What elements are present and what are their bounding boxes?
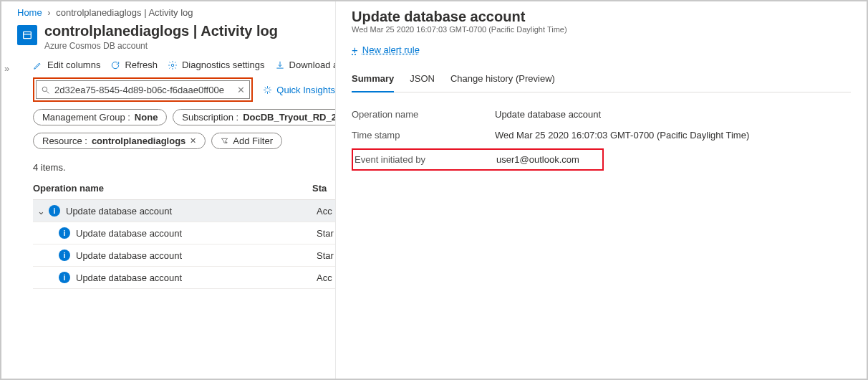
detail-timestamp-header: Wed Mar 25 2020 16:07:03 GMT-0700 (Pacif… bbox=[352, 25, 851, 34]
activity-table: Operation name Sta ⌄ i Update database a… bbox=[33, 177, 335, 289]
add-filter-button[interactable]: Add Filter bbox=[211, 133, 282, 149]
operation-cell: Update database account bbox=[66, 206, 317, 217]
pencil-icon bbox=[33, 60, 43, 70]
new-alert-label: New alert rule bbox=[362, 44, 420, 55]
kv-timestamp: Time stamp Wed Mar 25 2020 16:07:03 GMT-… bbox=[352, 125, 851, 146]
mg-label: Management Group : bbox=[42, 112, 130, 123]
kv-initiated-by: Event initiated by user1@outlook.com bbox=[353, 151, 599, 168]
quick-insights-label: Quick Insights bbox=[276, 85, 335, 95]
svg-point-2 bbox=[171, 64, 174, 67]
item-count: 4 items. bbox=[1, 156, 335, 177]
search-row: ✕ Quick Insights bbox=[1, 77, 335, 102]
sparkle-icon bbox=[263, 85, 272, 95]
search-highlight: ✕ bbox=[33, 77, 253, 102]
sub-value: DocDB_Tryout_RD_20170 bbox=[243, 112, 335, 123]
res-label: Resource : bbox=[42, 136, 87, 146]
page-header: controlplanediaglogs | Activity log Azur… bbox=[1, 22, 335, 57]
operation-name-label: Operation name bbox=[352, 109, 495, 120]
left-panel: Home › controlplanediaglogs | Activity l… bbox=[1, 1, 336, 379]
chevron-right-icon: › bbox=[47, 7, 50, 18]
filter-management-group[interactable]: Management Group : None bbox=[33, 109, 167, 125]
status-cell: Star bbox=[317, 250, 334, 261]
diagnostics-button[interactable]: Diagnostics settings bbox=[168, 60, 265, 70]
kv-operation-name: Operation name Update database account bbox=[352, 104, 851, 125]
app-frame: Home › controlplanediaglogs | Activity l… bbox=[0, 0, 868, 380]
status-cell: Acc bbox=[317, 272, 332, 283]
chevron-down-icon[interactable]: ⌄ bbox=[33, 206, 49, 217]
res-value: controlplanediaglogs bbox=[92, 136, 185, 146]
status-cell: Star bbox=[317, 228, 334, 239]
initiated-by-value: user1@outlook.com bbox=[496, 154, 599, 165]
svg-rect-0 bbox=[24, 32, 32, 38]
breadcrumb: Home › controlplanediaglogs | Activity l… bbox=[1, 1, 335, 22]
table-row[interactable]: ⌄ i Update database account Acc bbox=[33, 200, 335, 222]
page-subtitle: Azure Cosmos DB account bbox=[44, 41, 278, 51]
table-header: Operation name Sta bbox=[33, 177, 335, 200]
initiated-by-highlight: Event initiated by user1@outlook.com bbox=[352, 148, 604, 171]
col-status[interactable]: Sta bbox=[312, 183, 335, 194]
info-icon: i bbox=[59, 227, 70, 239]
gear-icon bbox=[168, 60, 178, 70]
status-cell: Acc bbox=[317, 206, 332, 217]
plus-icon: + bbox=[352, 44, 358, 56]
edit-columns-button[interactable]: Edit columns bbox=[33, 60, 100, 70]
operation-cell: Update database account bbox=[76, 250, 317, 261]
filter-subscription[interactable]: Subscription : DocDB_Tryout_RD_20170 bbox=[173, 109, 335, 125]
sub-label: Subscription : bbox=[182, 112, 238, 123]
info-icon: i bbox=[49, 205, 60, 217]
remove-filter-icon[interactable]: ✕ bbox=[190, 136, 196, 146]
operation-name-value: Update database account bbox=[495, 109, 851, 120]
toolbar: Edit columns Refresh Diagnostics setting… bbox=[1, 57, 335, 77]
new-alert-rule-button[interactable]: + New alert rule bbox=[352, 44, 420, 56]
refresh-icon bbox=[110, 60, 120, 70]
table-row[interactable]: i Update database account Star bbox=[33, 244, 335, 267]
edit-columns-label: Edit columns bbox=[47, 60, 100, 70]
quick-insights-button[interactable]: Quick Insights bbox=[263, 85, 335, 95]
refresh-button[interactable]: Refresh bbox=[110, 60, 158, 70]
search-box[interactable]: ✕ bbox=[36, 80, 250, 99]
info-icon: i bbox=[59, 272, 70, 283]
breadcrumb-home[interactable]: Home bbox=[17, 7, 42, 18]
svg-line-4 bbox=[47, 91, 49, 93]
info-icon: i bbox=[59, 250, 70, 261]
operation-cell: Update database account bbox=[76, 272, 317, 283]
breadcrumb-current: controlplanediaglogs | Activity log bbox=[56, 7, 193, 18]
filter-pills: Management Group : None Subscription : D… bbox=[1, 102, 335, 149]
timestamp-value: Wed Mar 25 2020 16:07:03 GMT-0700 (Pacif… bbox=[495, 130, 851, 141]
download-label: Download as C bbox=[289, 60, 335, 70]
add-filter-icon bbox=[221, 137, 228, 145]
detail-title: Update database account bbox=[352, 9, 851, 25]
diagnostics-label: Diagnostics settings bbox=[182, 60, 265, 70]
tab-json[interactable]: JSON bbox=[410, 69, 435, 92]
download-icon bbox=[275, 60, 285, 70]
mg-value: None bbox=[135, 112, 158, 123]
download-button[interactable]: Download as C bbox=[275, 60, 335, 70]
clear-search-icon[interactable]: ✕ bbox=[237, 85, 245, 95]
initiated-by-label: Event initiated by bbox=[353, 154, 496, 165]
timestamp-label: Time stamp bbox=[352, 130, 495, 141]
refresh-label: Refresh bbox=[125, 60, 158, 70]
detail-tabs: Summary JSON Change history (Preview) bbox=[352, 69, 851, 92]
search-icon bbox=[41, 85, 50, 95]
search-input[interactable] bbox=[54, 85, 237, 95]
cosmosdb-icon bbox=[17, 25, 37, 45]
table-row[interactable]: i Update database account Acc bbox=[33, 267, 335, 289]
table-row[interactable]: i Update database account Star bbox=[33, 222, 335, 244]
tab-summary[interactable]: Summary bbox=[352, 69, 394, 92]
operation-cell: Update database account bbox=[76, 228, 317, 239]
page-title: controlplanediaglogs | Activity log bbox=[44, 22, 278, 39]
tab-change-history[interactable]: Change history (Preview) bbox=[450, 69, 555, 92]
expand-panel-icon[interactable]: » bbox=[4, 63, 9, 74]
col-operation-name[interactable]: Operation name bbox=[33, 183, 312, 194]
filter-resource[interactable]: Resource : controlplanediaglogs ✕ bbox=[33, 133, 206, 149]
svg-point-3 bbox=[42, 87, 47, 92]
detail-panel: Update database account Wed Mar 25 2020 … bbox=[336, 1, 867, 379]
add-filter-label: Add Filter bbox=[233, 136, 273, 146]
